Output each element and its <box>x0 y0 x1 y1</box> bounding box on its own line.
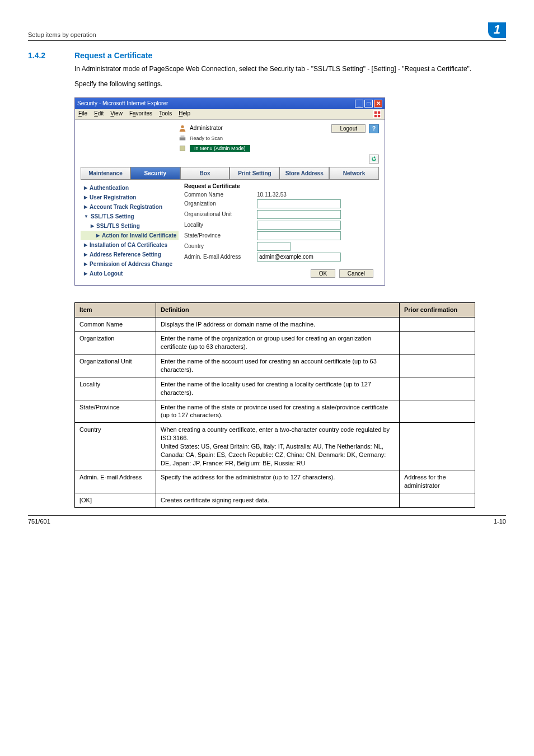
page-footer: 751/601 1-10 <box>28 515 506 525</box>
menu-file[interactable]: File <box>78 110 87 118</box>
chapter-badge: 1 <box>488 22 506 38</box>
sidebar-item-action-invalid-cert[interactable]: ▶Action for Invalid Certificate <box>81 231 179 240</box>
table-row: OrganizationEnter the name of the organi… <box>75 332 475 354</box>
arrow-right-icon: ▶ <box>84 262 87 267</box>
sidebar: ▶Authentication ▶User Registration ▶Acco… <box>81 183 179 278</box>
common-name-value: 10.11.32.53 <box>257 192 287 198</box>
arrow-right-icon: ▶ <box>84 242 87 248</box>
tab-box[interactable]: Box <box>180 167 230 180</box>
running-head-text: Setup items by operation <box>28 31 96 38</box>
sidebar-label: SSL/TLS Setting <box>96 223 140 229</box>
definition-table: Item Definition Prior confirmation Commo… <box>74 302 475 508</box>
mode-badge: In Menu (Admin Mode) <box>190 145 250 152</box>
col-item: Item <box>75 302 156 317</box>
arrow-right-icon: ▶ <box>84 271 87 276</box>
menu-view[interactable]: View <box>110 110 123 118</box>
state-input[interactable] <box>257 231 341 240</box>
sidebar-label: Address Reference Setting <box>90 251 161 258</box>
sidebar-item-auto-logout[interactable]: ▶Auto Logout <box>81 269 179 278</box>
section-number: 1.4.2 <box>28 51 59 60</box>
browser-window: Security - Microsoft Internet Explorer _… <box>74 97 385 286</box>
ok-button[interactable]: OK <box>311 269 335 278</box>
cell-def: When creating a country certificate, ent… <box>156 423 400 470</box>
window-buttons: _ □ ✕ <box>355 100 382 108</box>
svg-rect-3 <box>181 136 185 138</box>
minimize-icon[interactable]: _ <box>355 100 363 108</box>
cell-item: Organization <box>75 332 156 354</box>
svg-rect-2 <box>180 137 186 140</box>
cell-prior <box>400 377 475 400</box>
refresh-icon[interactable] <box>369 155 379 164</box>
maximize-icon[interactable]: □ <box>364 100 373 108</box>
close-icon[interactable]: ✕ <box>374 100 382 108</box>
sidebar-item-ca-certs[interactable]: ▶Installation of CA Certificates <box>81 240 179 250</box>
arrow-right-icon: ▶ <box>84 204 87 209</box>
sidebar-item-permission-address[interactable]: ▶Permission of Address Change <box>81 259 179 269</box>
help-button[interactable]: ? <box>369 124 379 133</box>
logout-button[interactable]: Logout <box>331 124 366 133</box>
ie-logo-icon <box>373 110 381 118</box>
menu-help[interactable]: Help <box>179 110 190 118</box>
device-icon <box>179 144 186 152</box>
tab-print-setting[interactable]: Print Setting <box>229 167 279 180</box>
state-label: State/Province <box>184 232 257 239</box>
col-definition: Definition <box>156 302 400 317</box>
menu-favorites[interactable]: Favorites <box>129 110 152 118</box>
cell-item: [OK] <box>75 493 156 508</box>
sidebar-item-authentication[interactable]: ▶Authentication <box>81 183 179 193</box>
tab-security[interactable]: Security <box>130 167 180 180</box>
sidebar-item-ssl-tls[interactable]: ▼SSL/TLS Setting <box>81 212 179 221</box>
table-row: Organizational UnitEnter the name of the… <box>75 354 475 377</box>
sidebar-label: Permission of Address Change <box>90 261 172 267</box>
organization-label: Organization <box>184 200 257 207</box>
org-unit-input[interactable] <box>257 210 341 219</box>
cell-prior <box>400 400 475 423</box>
country-input[interactable] <box>257 242 291 251</box>
titlebar: Security - Microsoft Internet Explorer _… <box>75 98 385 109</box>
sidebar-item-user-registration[interactable]: ▶User Registration <box>81 193 179 202</box>
menu-tools[interactable]: Tools <box>159 110 172 118</box>
cell-prior <box>400 423 475 470</box>
cancel-button[interactable]: Cancel <box>339 269 373 278</box>
cell-prior <box>400 354 475 377</box>
organization-input[interactable] <box>257 199 341 208</box>
intro-paragraph: In Administrator mode of PageScope Web C… <box>74 64 506 74</box>
tab-maintenance[interactable]: Maintenance <box>81 167 130 180</box>
common-name-label: Common Name <box>184 192 257 198</box>
arrow-right-icon: ▶ <box>84 185 87 190</box>
col-prior: Prior confirmation <box>400 302 475 317</box>
cell-def: Creates certificate signing request data… <box>156 493 400 508</box>
country-label: Country <box>184 243 257 249</box>
table-row: [OK]Creates certificate signing request … <box>75 493 475 508</box>
cell-prior <box>400 332 475 354</box>
sidebar-item-account-track[interactable]: ▶Account Track Registration <box>81 202 179 212</box>
footer-left: 751/601 <box>28 518 50 525</box>
email-label: Admin. E-mail Address <box>184 254 257 260</box>
table-row: State/ProvinceEnter the name of the stat… <box>75 400 475 423</box>
menu-edit[interactable]: Edit <box>94 110 104 118</box>
cell-item: Admin. E-mail Address <box>75 470 156 493</box>
cell-prior <box>400 317 475 332</box>
tab-bar: Maintenance Security Box Print Setting S… <box>81 167 379 180</box>
locality-input[interactable] <box>257 221 341 230</box>
cell-prior <box>400 493 475 508</box>
window-title: Security - Microsoft Internet Explorer <box>77 100 168 106</box>
arrow-right-icon: ▶ <box>91 223 94 228</box>
tab-store-address[interactable]: Store Address <box>279 167 329 180</box>
cell-item: Locality <box>75 377 156 400</box>
email-input[interactable] <box>257 253 341 262</box>
content-area: ▶Authentication ▶User Registration ▶Acco… <box>75 180 385 285</box>
printer-icon <box>179 134 186 142</box>
sidebar-label: User Registration <box>90 194 136 200</box>
svg-rect-4 <box>180 146 185 151</box>
section-title: Request a Certificate <box>74 51 152 60</box>
locality-label: Locality <box>184 222 257 228</box>
sidebar-label: Action for Invalid Certificate <box>102 232 176 239</box>
cell-item: Organizational Unit <box>75 354 156 377</box>
sidebar-item-address-ref[interactable]: ▶Address Reference Setting <box>81 250 179 259</box>
sidebar-label: Installation of CA Certificates <box>90 242 167 248</box>
arrow-right-icon: ▶ <box>96 233 100 238</box>
ready-status: Ready to Scan <box>190 136 223 141</box>
sidebar-item-ssl-tls-setting[interactable]: ▶SSL/TLS Setting <box>81 221 179 231</box>
tab-network[interactable]: Network <box>329 167 379 180</box>
